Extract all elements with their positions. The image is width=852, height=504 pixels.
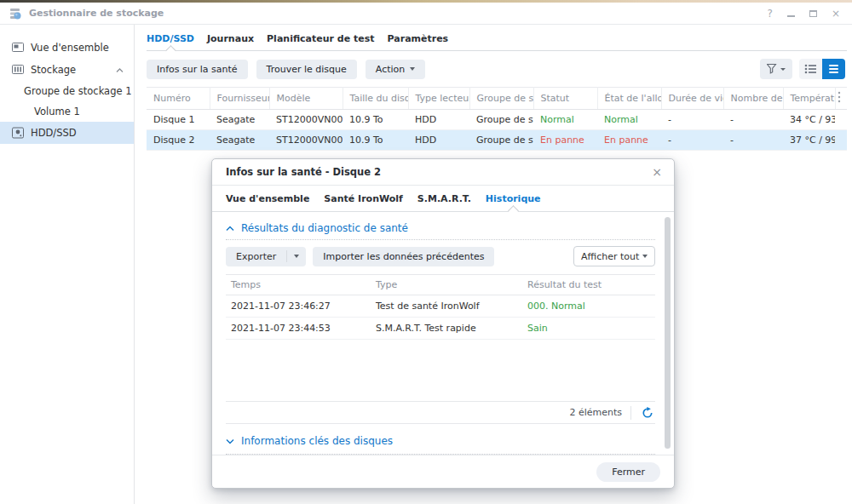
- cell-type-lecteur: HDD: [408, 130, 469, 151]
- cell-temp-rature: 37 °C / 99 °F: [783, 130, 835, 151]
- history-column-type[interactable]: Type: [371, 275, 522, 295]
- cell-statut: Normal: [533, 110, 597, 130]
- action-dropdown-button[interactable]: Action: [366, 60, 425, 79]
- dotted-divider: [226, 454, 655, 455]
- key-info-section-header[interactable]: Informations clés des disques: [226, 432, 655, 454]
- sidebar: Vue d'ensemble Stockage Groupe de stocka…: [0, 25, 135, 504]
- export-label: Exporter: [226, 247, 286, 266]
- dialog-close-button[interactable]: ×: [652, 166, 662, 178]
- vertical-dots-icon: [838, 91, 841, 103]
- filter-button[interactable]: [760, 59, 792, 79]
- chevron-down-icon: [780, 68, 786, 71]
- import-previous-data-button[interactable]: Importer les données précédentes: [313, 247, 494, 266]
- health-info-button[interactable]: Infos sur la santé: [147, 60, 248, 79]
- column-header-fournisseur[interactable]: Fournisseur: [210, 88, 269, 110]
- cell-groupe-de-st: Groupe de st...: [469, 110, 533, 130]
- funnel-icon: [767, 64, 778, 74]
- refresh-button[interactable]: [640, 407, 655, 419]
- minimize-button[interactable]: [787, 9, 795, 19]
- cell-dur-e-de-vie: -: [661, 110, 723, 130]
- dialog-tab-vue-d-ensemble[interactable]: Vue d'ensemble: [226, 193, 309, 204]
- dialog-title: Infos sur la santé - Disque 2: [226, 166, 381, 178]
- overview-icon: [12, 42, 24, 54]
- history-column-r-sultat-du-test[interactable]: Résultat du test: [522, 275, 655, 295]
- column-header-statut[interactable]: Statut: [533, 88, 597, 110]
- sidebar-item-label: Vue d'ensemble: [31, 42, 109, 54]
- minimize-icon: [787, 15, 795, 17]
- list-view-button[interactable]: [822, 59, 845, 79]
- sidebar-item-volume[interactable]: Volume 1: [0, 101, 134, 122]
- dialog-tab-sant-ironwolf[interactable]: Santé IronWolf: [324, 193, 403, 204]
- history-row[interactable]: 2021-11-07 23:44:53S.M.A.R.T. Test rapid…: [226, 318, 655, 340]
- column-header-groupe-de-st[interactable]: Groupe de st...: [469, 88, 533, 110]
- tab-journaux[interactable]: Journaux: [207, 33, 254, 44]
- empty-space: [226, 340, 655, 401]
- column-header-type-lecteur[interactable]: Type lecteur: [408, 88, 469, 110]
- history-table-header-row: TempsTypeRésultat du test: [226, 275, 655, 295]
- help-button[interactable]: ?: [768, 9, 773, 19]
- find-disk-button[interactable]: Trouver le disque: [256, 60, 357, 79]
- column-header-taille-du-disq[interactable]: Taille du disq...: [343, 88, 408, 110]
- cell-num-ro: Disque 1: [147, 110, 210, 130]
- cell-nombre-de-s: -: [723, 110, 783, 130]
- dialog-scrollbar-thumb[interactable]: [665, 217, 671, 449]
- export-split-button[interactable]: Exporter: [226, 247, 306, 266]
- column-header-tat-de-l-allo[interactable]: État de l'allo...: [597, 88, 661, 110]
- maximize-icon: [809, 10, 817, 17]
- window-title: Gestionnaire de stockage: [29, 8, 164, 19]
- window-titlebar: Gestionnaire de stockage ? ×: [0, 3, 852, 25]
- cell-nombre-de-s: -: [723, 130, 783, 151]
- tab-param-tres[interactable]: Paramètres: [388, 33, 449, 44]
- key-info-section-label: Informations clés des disques: [241, 435, 393, 447]
- column-menu-button[interactable]: [835, 88, 847, 110]
- close-window-button[interactable]: ×: [832, 9, 840, 19]
- sidebar-item-storage-group[interactable]: Groupe de stockage 1: [0, 81, 134, 101]
- dialog-content: Résultats du diagnostic de santé Exporte…: [212, 212, 674, 455]
- close-dialog-button[interactable]: Fermer: [596, 462, 660, 482]
- sidebar-item-storage[interactable]: Stockage: [0, 59, 134, 81]
- dialog-tab-historique[interactable]: Historique: [486, 193, 541, 204]
- dialog-tab-s-m-a-r-t[interactable]: S.M.A.R.T.: [417, 193, 471, 204]
- history-cell-type: Test de santé IronWolf: [371, 295, 522, 318]
- column-header-temp-rature[interactable]: Température: [783, 88, 835, 110]
- history-cell-r-sultat-du-test: 000. Normal: [522, 295, 655, 318]
- column-header-mod-le[interactable]: Modèle: [269, 88, 343, 110]
- history-row[interactable]: 2021-11-07 23:46:27Test de santé IronWol…: [226, 295, 655, 318]
- cell-num-ro: Disque 2: [147, 130, 210, 151]
- export-dropdown-arrow[interactable]: [286, 250, 306, 262]
- dialog-titlebar: Infos sur la santé - Disque 2 ×: [212, 159, 674, 186]
- show-all-selected-value: Afficher tout: [581, 251, 639, 262]
- chevron-up-icon[interactable]: [116, 64, 124, 76]
- disk-row-disque-2[interactable]: Disque 2SeagateST12000VN00010.9 ToHDDGro…: [147, 130, 847, 151]
- disk-table-body: Disque 1SeagateST12000VN00010.9 ToHDDGro…: [147, 110, 847, 151]
- show-all-select[interactable]: Afficher tout: [573, 246, 655, 266]
- cell-menu: [835, 110, 847, 130]
- column-header-dur-e-de-vie[interactable]: Durée de vie...: [661, 88, 723, 110]
- tab-hdd-ssd[interactable]: HDD/SSD: [147, 33, 194, 44]
- disk-row-disque-1[interactable]: Disque 1SeagateST12000VN00010.9 ToHDDGro…: [147, 110, 847, 130]
- column-header-nombre-de-s[interactable]: Nombre de s...: [723, 88, 783, 110]
- detail-list-icon: [804, 64, 817, 74]
- divider: [630, 406, 631, 420]
- storage-icon: [12, 64, 24, 76]
- maximize-button[interactable]: [809, 9, 817, 19]
- cell-statut: En panne: [533, 130, 597, 151]
- column-header-num-ro[interactable]: Numéro: [147, 88, 210, 110]
- tab-planificateur-de-test[interactable]: Planificateur de test: [267, 33, 374, 44]
- cell-taille-du-disq: 10.9 To: [343, 110, 408, 130]
- sidebar-item-overview[interactable]: Vue d'ensemble: [0, 37, 134, 59]
- dotted-divider: [226, 239, 655, 240]
- cell-taille-du-disq: 10.9 To: [343, 130, 408, 151]
- test-history-table: TempsTypeRésultat du test 2021-11-07 23:…: [226, 274, 655, 340]
- history-column-temps[interactable]: Temps: [226, 275, 371, 295]
- sidebar-item-hdd-ssd[interactable]: HDD/SSD: [0, 122, 134, 144]
- window-controls: ? ×: [768, 9, 843, 19]
- results-section-header[interactable]: Résultats du diagnostic de santé: [226, 219, 655, 239]
- dialog-tabs: Vue d'ensembleSanté IronWolfS.M.A.R.T.Hi…: [212, 186, 674, 212]
- sidebar-item-label: Stockage: [31, 64, 76, 76]
- chevron-down-icon: [410, 67, 415, 71]
- cell-type-lecteur: HDD: [408, 110, 469, 130]
- cell-tat-de-l-allo: Normal: [597, 110, 661, 130]
- detail-view-button[interactable]: [799, 59, 822, 79]
- chevron-down-icon: [226, 438, 234, 444]
